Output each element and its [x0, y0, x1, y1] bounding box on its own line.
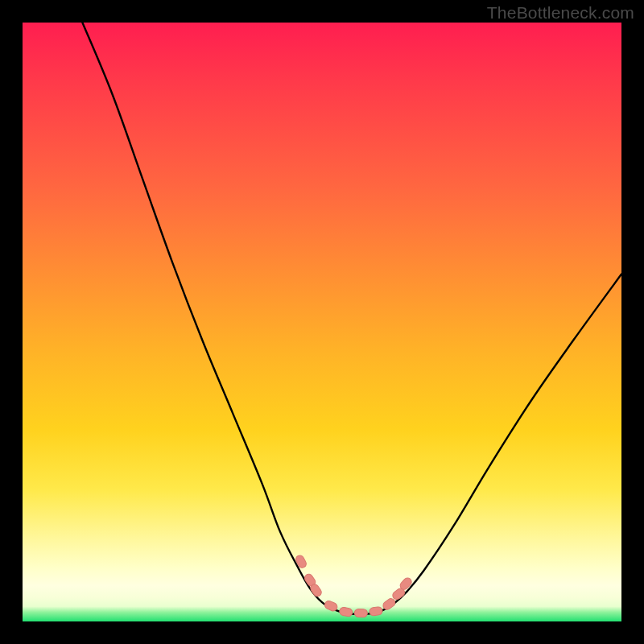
- bottleneck-curve: [82, 23, 621, 614]
- curve-marker: [369, 606, 382, 616]
- marker-group: [295, 554, 413, 617]
- curve-marker: [354, 609, 367, 617]
- plot-area: [23, 23, 621, 621]
- watermark-text: TheBottleneck.com: [487, 3, 634, 23]
- curve-marker: [339, 607, 353, 617]
- chart-svg: [23, 23, 621, 621]
- curve-marker: [295, 554, 308, 569]
- chart-frame: TheBottleneck.com: [0, 0, 644, 644]
